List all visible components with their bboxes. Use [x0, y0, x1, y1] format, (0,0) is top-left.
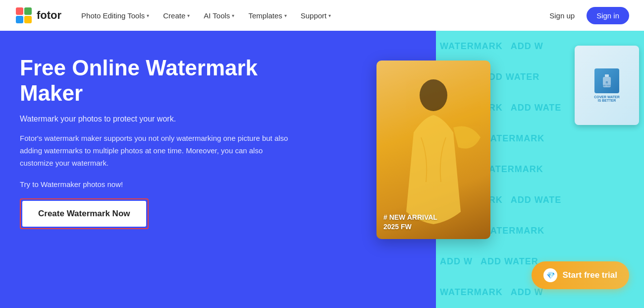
nav-item-templates[interactable]: Templates ▾	[242, 7, 292, 24]
logo-text: fotor	[37, 9, 61, 22]
chevron-down-icon: ▾	[147, 13, 149, 18]
create-watermark-button[interactable]: Create Watermark Now	[22, 201, 146, 227]
portrait-card: # NEW ARRIVAL2025 FW	[376, 61, 490, 239]
navbar: fotor Photo Editing Tools ▾ Create ▾ AI …	[0, 0, 644, 31]
chevron-down-icon: ▾	[284, 13, 287, 18]
nav-item-photo-editing[interactable]: Photo Editing Tools ▾	[75, 7, 155, 24]
start-free-trial-button[interactable]: 💎 Start free trial	[532, 261, 629, 289]
product-card-inset: IS BETTER COVER WATERIS BETTER	[575, 46, 639, 125]
svg-rect-5	[605, 74, 609, 77]
chevron-down-icon: ▾	[232, 13, 234, 18]
svg-text:IS: IS	[606, 81, 608, 84]
chevron-down-icon: ▾	[328, 13, 331, 18]
hero-title: Free Online Watermark Maker	[20, 56, 297, 106]
chevron-down-icon: ▾	[187, 13, 190, 18]
svg-rect-2	[24, 7, 32, 15]
card-label: # NEW ARRIVAL2025 FW	[383, 213, 437, 232]
hero-subtitle: Watermark your photos to protect your wo…	[20, 115, 297, 123]
nav-item-create[interactable]: Create ▾	[157, 7, 196, 24]
nav-auth: Sign up Sign in	[543, 7, 629, 24]
logo[interactable]: fotor	[15, 6, 61, 24]
svg-rect-4	[24, 16, 32, 23]
nav-item-ai-tools[interactable]: AI Tools ▾	[198, 7, 240, 24]
hero-section: Free Online Watermark Maker Watermark yo…	[0, 31, 644, 308]
svg-rect-3	[16, 16, 23, 23]
hero-description: Fotor's watermark maker supports you not…	[20, 132, 297, 169]
cta-wrapper: Create Watermark Now	[20, 198, 149, 229]
hero-visual: WATERMARK ADD W WATER ADD WATER WATERMAR…	[347, 31, 644, 308]
nav-items: Photo Editing Tools ▾ Create ▾ AI Tools …	[75, 7, 539, 24]
signup-button[interactable]: Sign up	[543, 7, 581, 24]
svg-text:BETTER: BETTER	[603, 84, 611, 87]
heart-icon: 💎	[543, 268, 557, 282]
svg-point-9	[420, 79, 447, 111]
bottle-icon: IS BETTER	[599, 73, 614, 88]
hero-cta-text: Try to Watermaker photos now!	[20, 180, 297, 188]
fotor-logo-icon	[15, 6, 33, 24]
hero-content: Free Online Watermark Maker Watermark yo…	[20, 56, 297, 229]
nav-item-support[interactable]: Support ▾	[295, 7, 337, 24]
svg-rect-1	[16, 7, 23, 15]
signin-button[interactable]: Sign in	[587, 7, 629, 24]
